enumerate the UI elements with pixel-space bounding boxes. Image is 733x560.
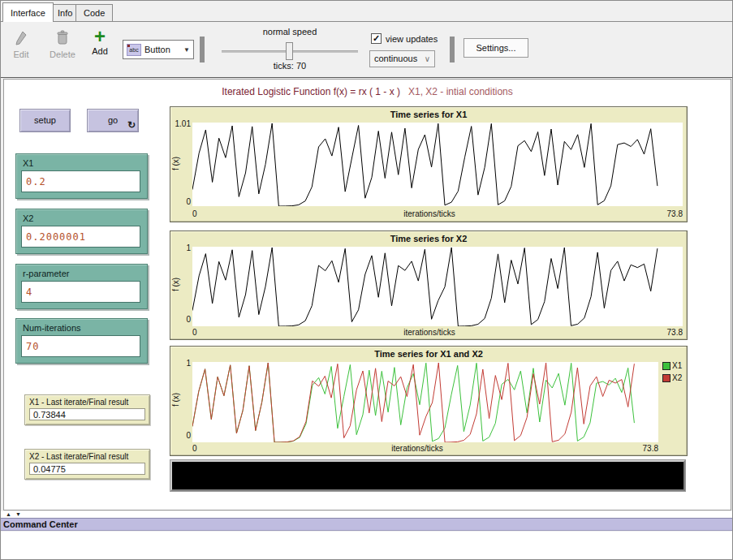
monitor-x1-final: X1 - Last iterate/Final result 0.73844 (24, 394, 150, 425)
input-x2-label: X2 (16, 209, 147, 226)
toolbar-divider (1, 77, 732, 78)
input-n-field[interactable] (21, 335, 140, 357)
view-updates-checkbox[interactable]: ✓ (371, 33, 382, 44)
model-title-note: X1, X2 - intial conditions (408, 86, 513, 97)
setup-button[interactable]: setup (19, 109, 71, 132)
command-center-bar: Command Center (1, 518, 732, 531)
plot-x1-and-x2: Time series for X1 and X2 1 0 f (x) X1 X… (170, 346, 688, 456)
toolbar-separator (200, 37, 205, 62)
plot-both-xmax: 73.8 (626, 444, 658, 453)
legend-item-x1: X1 (662, 361, 682, 370)
input-r-label: r-parameter (16, 265, 147, 281)
add-button[interactable]: + Add (87, 28, 113, 56)
delete-button[interactable]: Delete (46, 30, 79, 59)
plot-both-ymin: 0 (171, 431, 191, 440)
interface-canvas: Iterated Logistic Function f(x) = rx ( 1… (3, 79, 731, 510)
plot-legend: X1 X2 (662, 361, 682, 386)
plot-both-x0: 0 (192, 444, 197, 453)
monitor-x1-label: X1 - Last iterate/Final result (25, 395, 149, 408)
tab-code[interactable]: Code (75, 4, 113, 21)
button-widget-icon: abc (127, 44, 141, 56)
legend-label-x2: X2 (672, 373, 682, 382)
update-mode-select[interactable]: continuous ∨ (369, 50, 435, 67)
trash-icon (46, 30, 79, 48)
plot-x1-line (192, 123, 683, 206)
widget-type-value: Button (144, 45, 170, 54)
input-widget-x1: X1 (15, 153, 148, 199)
edit-label: Edit (14, 50, 29, 59)
command-center-output (1, 532, 732, 560)
input-widget-num-iterations: Num-iterations (15, 318, 148, 364)
plot-x2-xlabel: iterations/ticks (348, 328, 511, 337)
plot-x2: Time series for X2 1 0 f (x) 0 iteration… (170, 230, 688, 340)
monitor-x1-value: 0.73844 (29, 408, 145, 420)
plot-both-ymax: 1 (171, 359, 191, 368)
input-n-label: Num-iterations (16, 319, 147, 335)
plot-x1-xlabel: iterations/ticks (348, 209, 511, 218)
settings-button[interactable]: Settings... (464, 38, 528, 58)
toolbar-separator (450, 37, 455, 62)
plot-x2-ymax: 1 (171, 243, 191, 252)
add-label: Add (92, 46, 108, 56)
netlogo-window: { "tabs": [ {"label": "Interface", "acti… (0, 0, 733, 560)
delete-label: Delete (50, 50, 75, 59)
plot-x2-xmax: 73.8 (650, 328, 683, 337)
monitor-x2-value: 0.04775 (29, 463, 145, 475)
legend-swatch-x2 (662, 374, 670, 382)
go-button[interactable]: go ↻ (87, 109, 139, 132)
plot-x2-area (192, 247, 683, 326)
chevron-down-icon: ▼ (183, 46, 190, 54)
input-r-field[interactable] (21, 281, 140, 303)
monitor-x2-final: X2 - Last iterate/Final result 0.04775 (24, 449, 150, 480)
plot-x2-title: Time series for X2 (170, 234, 687, 243)
splitter-up-icon[interactable]: ▲ (6, 511, 11, 518)
plot-x2-ylabel: f (x) (171, 278, 180, 291)
model-title: Iterated Logistic Function f(x) = rx ( 1… (4, 86, 731, 97)
edit-button[interactable]: Edit (7, 30, 35, 59)
plot-both-area (192, 362, 658, 442)
plus-icon: + (87, 28, 113, 45)
legend-swatch-x1 (662, 362, 670, 370)
plot-x1-ymin: 0 (171, 197, 191, 206)
input-widget-x2: X2 (15, 209, 148, 254)
plot-both-ylabel: f (x) (171, 393, 180, 407)
chevron-down-icon: ∨ (425, 51, 430, 67)
input-x2-field[interactable] (21, 226, 140, 248)
plot-x1-area (192, 123, 683, 206)
plot-x1-title: Time series for X1 (170, 110, 687, 119)
plot-x1: Time series for X1 1.01 0 f (x) 0 iterat… (170, 106, 688, 222)
input-widget-r-parameter: r-parameter (15, 264, 148, 309)
widget-type-dropdown[interactable]: abc Button ▼ (123, 40, 194, 59)
plot-both-xlabel: iterations/ticks (336, 444, 498, 453)
monitor-x2-label: X2 - Last iterate/Final result (25, 450, 149, 463)
plot-x2-line (192, 247, 683, 326)
speed-slider-thumb[interactable] (286, 42, 293, 60)
splitter-down-icon[interactable]: ▼ (15, 511, 21, 518)
command-center-splitter: ▲ ▼ (1, 511, 732, 518)
model-title-formula: Iterated Logistic Function f(x) = rx ( 1… (222, 86, 400, 97)
tab-interface[interactable]: Interface (2, 2, 54, 22)
input-x1-label: X1 (16, 154, 147, 170)
ticks-counter: ticks: 70 (220, 61, 360, 71)
speed-slider-group: normal speed ticks: 70 (220, 25, 360, 74)
update-mode-value: continuous (374, 54, 417, 63)
legend-item-x2: X2 (662, 373, 682, 382)
plot-both-lines (192, 362, 658, 442)
forever-icon: ↻ (127, 120, 136, 130)
plot-x1-x0: 0 (192, 209, 197, 218)
command-center-title: Command Center (1, 519, 732, 530)
toolbar: Edit Delete + Add abc Button ▼ normal sp… (1, 22, 732, 78)
view-updates-label: view updates (386, 34, 438, 44)
tab-bar: Interface Info Code (1, 1, 732, 22)
pencil-icon (7, 30, 35, 48)
go-label: go (108, 115, 118, 125)
plot-both-title: Time series for X1 and X2 (170, 349, 687, 359)
world-view (170, 460, 685, 491)
plot-x1-ymax: 1.01 (171, 119, 191, 128)
speed-label: normal speed (220, 27, 360, 37)
input-x1-field[interactable] (21, 170, 140, 192)
legend-label-x1: X1 (672, 361, 682, 370)
plot-x1-ylabel: f (x) (171, 157, 180, 170)
plot-x2-ymin: 0 (171, 315, 191, 324)
plot-x2-x0: 0 (192, 328, 197, 337)
